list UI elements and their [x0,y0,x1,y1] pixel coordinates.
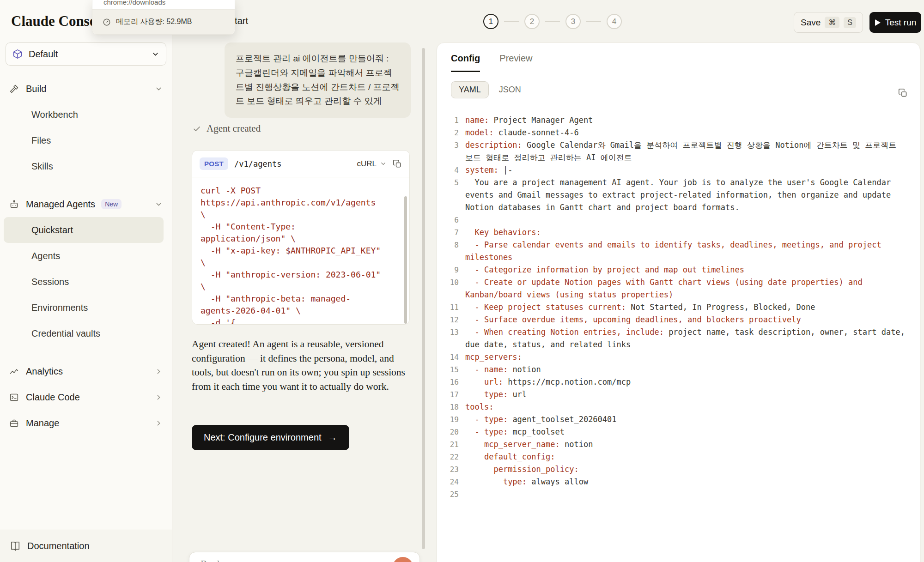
workspace-selector[interactable]: Default [6,42,166,66]
cube-icon [12,49,23,59]
sidebar-item-agents[interactable]: Agents [4,243,168,269]
chevron-right-icon [155,393,163,401]
workspace-label: Default [29,49,146,60]
suggestion-url-item[interactable]: chrome://downloads [92,0,235,10]
step-2[interactable]: 2 [524,14,540,29]
editor-line: 5 You are a project management AI agent.… [437,176,920,214]
robot-icon [9,199,19,209]
yaml-toggle[interactable]: YAML [451,81,489,98]
editor-line: 24 type: always_allow [437,476,920,488]
send-button[interactable] [393,557,413,562]
api-endpoint-path: /v1/agents [234,159,351,169]
reply-input[interactable] [201,558,376,562]
tab-config[interactable]: Config [451,53,480,72]
suggestion-memory-item[interactable]: 메모리 사용량: 52.9MB [92,10,235,34]
editor-line: 10 - Create or update Notion pages with … [437,276,920,301]
json-toggle[interactable]: JSON [499,85,521,95]
pulse-chart-icon [9,367,19,376]
sidebar-item-documentation[interactable]: Documentation [0,530,172,562]
save-button[interactable]: Save ⌘ S [794,12,863,33]
code-scrollbar[interactable] [404,196,407,324]
suggestion-memory-text: 메모리 사용량: 52.9MB [116,17,192,27]
editor-line: 7 Key behaviors: [437,226,920,239]
sidebar-item-sessions[interactable]: Sessions [4,269,168,295]
step-connector [586,21,601,22]
chat-column: 프로젝트 관리 ai 에이전트를 만들어줘 : 구글캘린더와 지메일을 파악해서… [172,41,434,562]
config-tabs: Config Preview [437,43,920,72]
chevron-right-icon [155,419,163,427]
new-badge: New [101,199,122,209]
stepper: 1 2 3 4 [483,14,622,29]
editor-line: 3description: Google Calendar와 Gmail을 분석… [437,139,920,164]
editor-line: 21 mcp_server_name: notion [437,438,920,451]
editor-line: 17 type: url [437,388,920,401]
check-icon [193,125,201,133]
step-1[interactable]: 1 [483,14,498,29]
browser-suggestion-overlay: chrome://downloads 메모리 사용량: 52.9MB [92,0,235,35]
chat-scrollbar[interactable] [422,48,425,549]
gauge-icon [103,18,111,26]
editor-line: 11 - Keep project statuses current: Not … [437,301,920,314]
editor-line: 12 - Surface overdue items, upcoming dea… [437,314,920,326]
briefcase-icon [9,418,19,428]
next-button-label: Next: Configure environment [204,432,322,443]
copy-icon[interactable] [393,159,402,169]
chevron-down-icon [155,85,163,93]
sidebar-section-label: Analytics [26,366,63,377]
editor-line: 14mcp_servers: [437,351,920,363]
arrow-right-icon: → [328,432,337,443]
yaml-editor: 1name: Project Manager Agent2model: clau… [437,114,920,501]
step-3[interactable]: 3 [565,14,581,29]
chevron-down-icon [152,50,159,58]
documentation-label: Documentation [27,541,90,551]
sidebar-item-files[interactable]: Files [4,127,168,153]
editor-line: 9 - Categorize information by project an… [437,264,920,276]
editor-line: 23 permission_policy: [437,463,920,476]
chevron-right-icon [155,368,163,375]
hammer-icon [9,84,19,94]
play-icon [875,19,881,26]
sidebar-item-quickstart[interactable]: Quickstart [4,217,164,243]
api-request-card: POST /v1/agents cURL curl -X POST https:… [192,150,410,325]
test-run-button[interactable]: Test run [869,12,921,33]
test-run-label: Test run [885,18,917,28]
editor-line: 22 default_config: [437,451,920,463]
sidebar-section-manage[interactable]: Manage [0,410,172,436]
editor-line: 1name: Project Manager Agent [437,114,920,127]
editor-line: 18tools: [437,401,920,413]
editor-line: 6 [437,214,920,226]
copy-icon[interactable] [898,88,908,98]
sidebar-section-build[interactable]: Build [0,76,172,102]
editor-line: 2model: claude-sonnet-4-6 [437,127,920,139]
editor-line: 25 [437,488,920,501]
chevron-down-icon [155,200,163,208]
suggestion-url-text: chrome://downloads [103,0,165,6]
curl-code: curl -X POST https://api.anthropic.com/v… [192,177,409,325]
tab-preview[interactable]: Preview [499,53,532,72]
user-message-bubble: 프로젝트 관리 ai 에이전트를 만들어줘 : 구글캘린더와 지메일을 파악해서… [225,42,411,118]
sidebar-item-credential-vaults[interactable]: Credential vaults [4,320,168,346]
next-configure-environment-button[interactable]: Next: Configure environment → [192,425,349,450]
s-key-hint: S [844,17,856,28]
step-connector [545,21,560,22]
sidebar-section-label: Build [26,84,46,94]
sidebar-section-managed-agents[interactable]: Managed Agents New [0,191,172,217]
chevron-down-icon [380,160,387,167]
reply-composer[interactable] [189,552,420,562]
editor-line: 20 - type: mcp_toolset [437,426,920,438]
sidebar-item-skills[interactable]: Skills [4,153,168,179]
agent-created-status: Agent created [193,123,261,134]
book-icon [10,541,20,551]
step-4[interactable]: 4 [607,14,622,29]
config-panel: Config Preview YAML JSON 1name: Project … [437,42,920,562]
language-select[interactable]: cURL [357,159,387,169]
api-card-header: POST /v1/agents cURL [192,151,409,177]
sidebar-section-label: Claude Code [26,392,80,403]
editor-line: 8 - Parse calendar events and emails to … [437,239,920,264]
sidebar-item-workbench[interactable]: Workbench [4,102,168,127]
sidebar-section-analytics[interactable]: Analytics [0,358,172,384]
sidebar-item-environments[interactable]: Environments [4,295,168,320]
sidebar-section-claude-code[interactable]: Claude Code [0,384,172,410]
sidebar-section-label: Manage [26,418,59,429]
cmd-key-hint: ⌘ [825,17,839,28]
